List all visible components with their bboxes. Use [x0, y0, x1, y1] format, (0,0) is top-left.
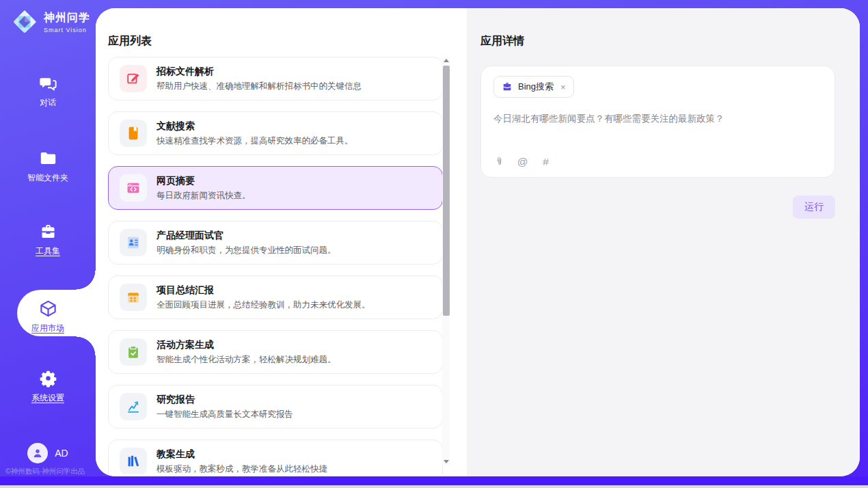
- app-description: 一键智能生成高质量长文本研究报告: [157, 409, 293, 420]
- books-icon: [120, 448, 147, 474]
- user-account[interactable]: AD: [0, 443, 96, 463]
- logo-title: 神州问学: [44, 11, 90, 25]
- bottom-accent-bar: [0, 476, 868, 485]
- scroll-up-arrow-icon[interactable]: [442, 57, 450, 64]
- logo-subtitle: Smart Vision: [44, 27, 90, 33]
- edit-doc-icon: [120, 65, 147, 92]
- scroll-down-arrow-icon[interactable]: [442, 458, 450, 465]
- app-description: 帮助用户快速、准确地理解和解析招标书中的关键信息: [157, 81, 362, 92]
- app-texts: 文献搜索 快速精准查找学术资源，提高研究效率的必备工具。: [157, 120, 353, 147]
- app-description: 快速精准查找学术资源，提高研究效率的必备工具。: [157, 135, 353, 147]
- sidebar-item-label: 应用市场: [0, 323, 96, 334]
- copyright-text: ©神州数码·神州问学出品: [5, 467, 85, 476]
- app-texts: 活动方案生成 智能生成个性化活动方案，轻松解决规划难题。: [157, 339, 336, 366]
- sidebar-item-folders[interactable]: 智能文件夹: [0, 149, 96, 184]
- input-toolbar: @ #: [493, 156, 552, 167]
- sidebar: 神州问学 Smart Vision 对话 智能文件夹 工具集 应用市场 系统设置…: [0, 0, 96, 488]
- app-name: 活动方案生成: [157, 339, 336, 351]
- sidebar-item-chat[interactable]: 对话: [0, 74, 96, 109]
- app-card-list: 招标文件解析 帮助用户快速、准确地理解和解析招标书中的关键信息 文献搜索 快速精…: [108, 57, 443, 474]
- app-texts: 教案生成 模板驱动，教案秒成，教学准备从此轻松快捷: [157, 448, 327, 475]
- app-name: 教案生成: [157, 448, 327, 461]
- app-description: 智能生成个性化活动方案，轻松解决规划难题。: [157, 354, 336, 366]
- paperclip-icon[interactable]: [493, 156, 505, 167]
- prompt-input[interactable]: 今日湖北有哪些新闻要点？有哪些需要关注的最新政策？: [493, 112, 822, 126]
- app-card[interactable]: 产品经理面试官 明确身份和职责，为您提供专业性的面试问题。: [108, 221, 443, 265]
- app-card[interactable]: 网页摘要 每日政府新闻资讯快查。: [108, 166, 443, 210]
- app-texts: 研究报告 一键智能生成高质量长文本研究报告: [157, 394, 293, 420]
- at-icon[interactable]: @: [517, 156, 528, 167]
- sidebar-item-label: 系统设置: [0, 392, 96, 404]
- toolbox-icon: [39, 222, 57, 241]
- app-list-panel: 应用列表 招标文件解析 帮助用户快速、准确地理解和解析招标书中的关键信息 文献搜…: [96, 8, 467, 476]
- sidebar-item-label: 智能文件夹: [0, 172, 96, 184]
- folder-icon: [39, 149, 57, 167]
- app-texts: 项目总结汇报 全面回顾项目进展，总结经验教训，助力未来优化发展。: [157, 284, 370, 311]
- app-texts: 产品经理面试官 明确身份和职责，为您提供专业性的面试问题。: [157, 230, 336, 256]
- person-icon: [31, 447, 44, 459]
- bottom-edge-strip: [0, 485, 868, 488]
- briefcase-icon: [502, 81, 513, 92]
- calendar-grid-icon: [120, 284, 147, 311]
- sidebar-item-label: 工具集: [0, 245, 96, 257]
- tool-chip-bing-search[interactable]: Bing搜索 ×: [493, 76, 574, 98]
- cube-icon: [39, 299, 57, 318]
- resume-icon: [120, 229, 147, 256]
- book-icon: [120, 120, 147, 147]
- list-scrollbar[interactable]: [442, 57, 450, 465]
- app-name: 网页摘要: [157, 175, 251, 187]
- scrollbar-thumb[interactable]: [443, 66, 450, 316]
- sidebar-item-market[interactable]: 应用市场: [0, 299, 96, 334]
- app-description: 模板驱动，教案秒成，教学准备从此轻松快捷: [157, 463, 327, 475]
- app-detail-panel: 应用详情 Bing搜索 × 今日湖北有哪些新闻要点？有哪些需要关注的最新政策？ …: [467, 8, 860, 476]
- app-card[interactable]: 活动方案生成 智能生成个性化活动方案，轻松解决规划难题。: [108, 330, 443, 374]
- main-content: 应用列表 招标文件解析 帮助用户快速、准确地理解和解析招标书中的关键信息 文献搜…: [96, 8, 860, 476]
- app-texts: 网页摘要 每日政府新闻资讯快查。: [157, 175, 251, 202]
- trend-report-icon: [120, 393, 147, 420]
- app-description: 每日政府新闻资讯快查。: [157, 190, 251, 202]
- app-detail-title: 应用详情: [480, 34, 835, 49]
- app-name: 项目总结汇报: [157, 284, 370, 297]
- app-name: 文献搜索: [157, 120, 353, 133]
- gear-icon: [39, 369, 57, 388]
- app-card[interactable]: 文献搜索 快速精准查找学术资源，提高研究效率的必备工具。: [108, 111, 443, 155]
- run-button[interactable]: 运行: [793, 195, 835, 219]
- app-card[interactable]: 项目总结汇报 全面回顾项目进展，总结经验教训，助力未来优化发展。: [108, 275, 443, 319]
- run-row: 运行: [480, 195, 835, 219]
- app-description: 明确身份和职责，为您提供专业性的面试问题。: [157, 245, 336, 256]
- app-logo: 神州问学 Smart Vision: [11, 8, 90, 36]
- logo-diamond-icon: [11, 8, 38, 36]
- chat-icon: [39, 74, 57, 92]
- app-card[interactable]: 研究报告 一键智能生成高质量长文本研究报告: [108, 385, 443, 429]
- app-description: 全面回顾项目进展，总结经验教训，助力未来优化发展。: [157, 299, 370, 311]
- app-card[interactable]: 教案生成 模板驱动，教案秒成，教学准备从此轻松快捷: [108, 439, 443, 474]
- app-texts: 招标文件解析 帮助用户快速、准确地理解和解析招标书中的关键信息: [157, 66, 362, 92]
- user-name: AD: [55, 448, 68, 459]
- app-name: 产品经理面试官: [157, 230, 336, 242]
- chip-close-icon[interactable]: ×: [560, 82, 566, 92]
- prompt-card[interactable]: Bing搜索 × 今日湖北有哪些新闻要点？有哪些需要关注的最新政策？ @ #: [480, 66, 835, 178]
- browser-code-icon: [120, 174, 147, 202]
- hash-icon[interactable]: #: [540, 156, 552, 167]
- app-name: 招标文件解析: [157, 66, 362, 78]
- sidebar-item-settings[interactable]: 系统设置: [0, 369, 96, 404]
- app-card[interactable]: 招标文件解析 帮助用户快速、准确地理解和解析招标书中的关键信息: [108, 57, 443, 100]
- logo-text: 神州问学 Smart Vision: [44, 11, 90, 33]
- tool-chip-label: Bing搜索: [518, 81, 554, 93]
- avatar[interactable]: [27, 443, 48, 463]
- sidebar-item-tools[interactable]: 工具集: [0, 222, 96, 257]
- sidebar-item-label: 对话: [0, 97, 96, 109]
- app-list-title: 应用列表: [108, 34, 467, 49]
- clipboard-check-icon: [120, 338, 147, 366]
- app-name: 研究报告: [157, 394, 293, 406]
